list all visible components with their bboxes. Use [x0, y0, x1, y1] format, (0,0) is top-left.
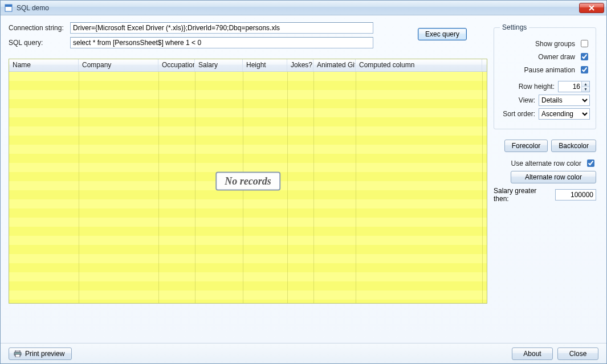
forecolor-button[interactable]: Forecolor: [504, 140, 548, 152]
pause-animation-checkbox[interactable]: [581, 66, 588, 73]
titlebar: SQL demo: [1, 1, 606, 15]
column-header[interactable]: Name: [9, 59, 79, 71]
alternate-row-color-checkbox[interactable]: [587, 159, 594, 167]
owner-draw-label: Owner draw: [500, 53, 575, 61]
view-label: View:: [500, 96, 535, 104]
about-button[interactable]: About: [512, 347, 553, 360]
alternate-row-color-button[interactable]: Alternate row color: [511, 171, 596, 183]
app-icon: [4, 3, 13, 13]
window-frame: SQL demo Connection string: SQL query: E…: [0, 0, 607, 364]
sql-query-input[interactable]: [70, 37, 373, 48]
backcolor-button[interactable]: Backcolor: [551, 140, 596, 152]
column-header[interactable]: Animated Gif: [313, 59, 356, 71]
svg-rect-4: [15, 354, 20, 357]
printer-icon: [14, 350, 22, 357]
salary-filter-label: Salary greater then:: [494, 187, 552, 203]
column-header[interactable]: Jokes?: [287, 59, 313, 71]
settings-legend: Settings: [500, 23, 529, 31]
print-preview-button[interactable]: Print preview: [9, 347, 72, 360]
settings-panel: Settings Show groups Owner draw Pause an…: [494, 23, 596, 203]
show-groups-label: Show groups: [500, 40, 575, 48]
pause-animation-label: Pause animation: [500, 66, 575, 74]
window-title: SQL demo: [17, 4, 49, 12]
exec-query-button[interactable]: Exec query: [418, 28, 467, 40]
close-icon: [589, 5, 594, 11]
connection-string-input[interactable]: [70, 22, 373, 34]
row-height-label: Row height:: [500, 83, 555, 91]
alternate-row-color-label: Use alternate row color: [494, 159, 581, 167]
close-button[interactable]: Close: [557, 347, 598, 360]
sql-query-label: SQL query:: [9, 39, 66, 47]
view-select[interactable]: DetailsListTileLargeIconSmallIcon: [539, 95, 590, 106]
bottom-bar: Print preview About Close: [1, 343, 606, 363]
connection-string-label: Connection string:: [9, 24, 66, 32]
column-header[interactable]: Height: [243, 59, 287, 71]
client-area: Connection string: SQL query: Exec query…: [1, 15, 606, 343]
print-preview-label: Print preview: [25, 350, 64, 358]
sort-order-select[interactable]: AscendingDescendingNone: [539, 108, 590, 120]
salary-filter-input[interactable]: [555, 189, 596, 201]
window-close-button[interactable]: [579, 3, 604, 13]
svg-rect-1: [5, 5, 12, 7]
row-height-spinner[interactable]: ▲ ▼: [581, 81, 589, 92]
spinner-down-icon[interactable]: ▼: [581, 87, 589, 92]
settings-group: Settings Show groups Owner draw Pause an…: [494, 23, 596, 129]
show-groups-checkbox[interactable]: [581, 40, 588, 47]
column-header[interactable]: Salary: [195, 59, 243, 71]
column-header[interactable]: Occupation: [158, 59, 195, 71]
spinner-up-icon[interactable]: ▲: [581, 81, 589, 87]
owner-draw-checkbox[interactable]: [581, 53, 588, 60]
results-grid[interactable]: NameCompanyOccupationSalaryHeightJokes?A…: [9, 59, 487, 304]
sort-order-label: Sort order:: [500, 110, 535, 118]
column-header[interactable]: Computed column: [356, 59, 482, 71]
column-header[interactable]: Company: [79, 59, 158, 71]
grid-header: NameCompanyOccupationSalaryHeightJokes?A…: [9, 59, 487, 72]
query-form: Connection string: SQL query:: [9, 22, 373, 48]
empty-overlay: No records: [215, 172, 280, 191]
